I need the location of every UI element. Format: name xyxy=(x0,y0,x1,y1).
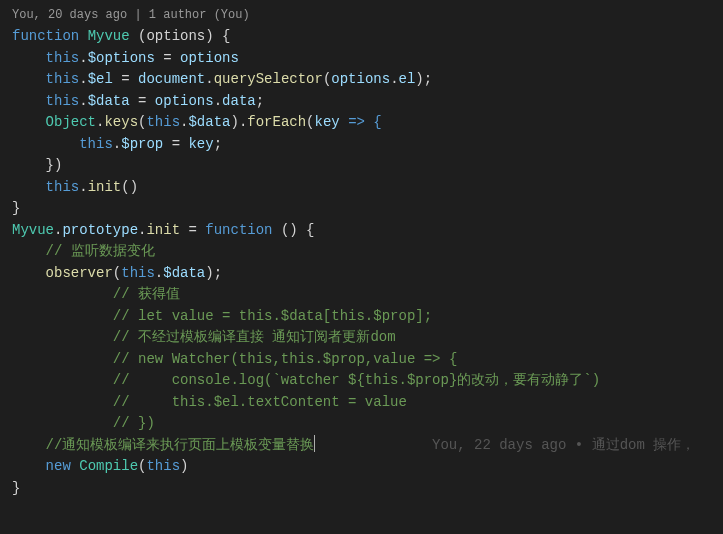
arrow-token: => { xyxy=(340,114,382,130)
property-token: $data xyxy=(88,93,130,109)
signature-token: (options) { xyxy=(130,28,231,44)
code-line[interactable]: } xyxy=(12,198,711,220)
this-token: this xyxy=(46,50,80,66)
comment-token: // this.$el.textContent = value xyxy=(113,394,407,410)
this-token: this xyxy=(146,458,180,474)
comment-token: // let value = this.$data[this.$prop]; xyxy=(113,308,432,324)
comment-token: // console.log(`watcher ${this.$prop}的改动… xyxy=(113,372,600,388)
class-token: Myvue xyxy=(88,28,130,44)
this-token: this xyxy=(79,136,113,152)
class-token: Myvue xyxy=(12,222,54,238)
code-line[interactable]: this.init() xyxy=(12,177,711,199)
code-line[interactable]: // 不经过模板编译直接 通知订阅者更新dom xyxy=(12,327,711,349)
class-token: Object xyxy=(46,114,96,130)
code-line[interactable]: } xyxy=(12,478,711,500)
method-token: querySelector xyxy=(214,71,323,87)
keyword-token: new xyxy=(46,458,71,474)
method-token: forEach xyxy=(247,114,306,130)
code-line[interactable]: this.$el = document.querySelector(option… xyxy=(12,69,711,91)
keyword-token: function xyxy=(205,222,272,238)
this-token: this xyxy=(46,93,80,109)
property-token: $options xyxy=(88,50,155,66)
var-token: options xyxy=(155,93,214,109)
var-token: key xyxy=(188,136,213,152)
code-line[interactable]: this.$options = options xyxy=(12,48,711,70)
signature-token: () { xyxy=(273,222,315,238)
comment-token: // 监听数据变化 xyxy=(46,243,155,259)
comment-token: // new Watcher(this,this.$prop,value => … xyxy=(113,351,457,367)
param-token: key xyxy=(315,114,340,130)
codelens-author-info[interactable]: You, 20 days ago | 1 author (You) xyxy=(12,6,711,24)
property-token: $el xyxy=(88,71,113,87)
property-token: init xyxy=(146,222,180,238)
object-token: document xyxy=(138,71,205,87)
var-token: data xyxy=(222,93,256,109)
code-line[interactable]: this.$data = options.data; xyxy=(12,91,711,113)
this-token: this xyxy=(46,71,80,87)
brace-token: }) xyxy=(46,157,63,173)
inline-blame-annotation: You, 22 days ago • 通过dom 操作， xyxy=(432,435,695,457)
code-line[interactable]: // }) xyxy=(12,413,711,435)
property-token: $prop xyxy=(121,136,163,152)
method-token: keys xyxy=(104,114,138,130)
code-line[interactable]: //通知模板编译来执行页面上模板变量替换You, 22 days ago • 通… xyxy=(12,435,711,457)
keyword-token: function xyxy=(12,28,79,44)
code-line[interactable]: this.$prop = key; xyxy=(12,134,711,156)
code-line[interactable]: // this.$el.textContent = value xyxy=(12,392,711,414)
property-token: $data xyxy=(188,114,230,130)
code-line[interactable]: Myvue.prototype.init = function () { xyxy=(12,220,711,242)
code-line[interactable]: // new Watcher(this,this.$prop,value => … xyxy=(12,349,711,371)
comment-token: // 获得值 xyxy=(113,286,180,302)
code-line[interactable]: }) xyxy=(12,155,711,177)
code-line[interactable]: Object.keys(this.$data).forEach(key => { xyxy=(12,112,711,134)
code-area[interactable]: function Myvue (options) { this.$options… xyxy=(12,26,711,499)
code-line[interactable]: // 获得值 xyxy=(12,284,711,306)
this-token: this xyxy=(146,114,180,130)
property-token: $data xyxy=(163,265,205,281)
code-line[interactable]: function Myvue (options) { xyxy=(12,26,711,48)
this-token: this xyxy=(46,179,80,195)
comment-token: // 不经过模板编译直接 通知订阅者更新dom xyxy=(113,329,396,345)
comment-token: //通知模板编译来执行页面上模板变量替换 xyxy=(46,437,315,453)
code-line[interactable]: // 监听数据变化 xyxy=(12,241,711,263)
comment-token: // }) xyxy=(113,415,155,431)
this-token: this xyxy=(121,265,155,281)
cursor-icon xyxy=(314,435,315,452)
property-token: prototype xyxy=(62,222,138,238)
class-token: Compile xyxy=(79,458,138,474)
method-token: init xyxy=(88,179,122,195)
arg-token: el xyxy=(399,71,416,87)
brace-token: } xyxy=(12,200,20,216)
code-line[interactable]: // console.log(`watcher ${this.$prop}的改动… xyxy=(12,370,711,392)
brace-token: } xyxy=(12,480,20,496)
code-line[interactable]: // let value = this.$data[this.$prop]; xyxy=(12,306,711,328)
code-line[interactable]: observer(this.$data); xyxy=(12,263,711,285)
arg-token: options xyxy=(331,71,390,87)
var-token: options xyxy=(180,50,239,66)
code-line[interactable]: new Compile(this) xyxy=(12,456,711,478)
function-token: observer xyxy=(46,265,113,281)
